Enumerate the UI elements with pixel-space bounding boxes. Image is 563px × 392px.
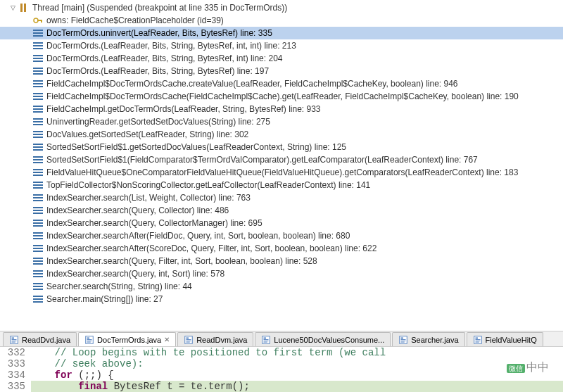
svg-rect-72 (12, 337, 15, 339)
stack-frame[interactable]: IndexSearcher.search(List, Weight, Colle… (0, 191, 563, 204)
stack-frame-icon (32, 268, 44, 279)
svg-rect-36 (33, 159, 43, 160)
svg-rect-82 (186, 337, 189, 339)
svg-rect-46 (33, 200, 43, 201)
svg-rect-37 (33, 162, 43, 163)
thread-icon (18, 2, 30, 13)
frame-label: FieldValueHitQueue$OneComparatorFieldVal… (46, 167, 518, 177)
stack-frame[interactable]: DocTermOrds.(LeafReader, Bits, String, B… (0, 65, 563, 77)
editor-tab[interactable]: ReadDvd.java (3, 332, 77, 346)
svg-rect-33 (33, 146, 43, 148)
editor-tab[interactable]: Lucene50DocValuesConsume... (255, 332, 391, 346)
stack-frame-icon (32, 243, 44, 254)
svg-rect-19 (33, 86, 43, 87)
stack-frame-icon (32, 167, 44, 178)
stack-frame[interactable]: IndexSearcher.search(Query, int, Sort) l… (0, 267, 563, 280)
line-number: 334 (0, 369, 31, 381)
frame-label: TopFieldCollector$NonScoringCollector.ge… (46, 180, 370, 190)
stack-frame[interactable]: IndexSearcher.search(Query, Filter, int,… (0, 255, 563, 267)
editor-tabs: ReadDvd.javaDocTermOrds.java✕ReadDvm.jav… (0, 331, 563, 346)
svg-rect-70 (33, 301, 43, 303)
svg-rect-69 (33, 298, 43, 300)
svg-rect-94 (401, 340, 406, 341)
stack-frame-icon (32, 281, 44, 292)
stack-frame[interactable]: Searcher.search(String, String) line: 44 (0, 280, 563, 293)
svg-rect-60 (33, 260, 43, 262)
stack-frame[interactable]: FieldCacheImpl$DocTermOrdsCache.createVa… (0, 77, 563, 90)
svg-rect-64 (33, 276, 43, 277)
svg-rect-78 (87, 339, 92, 340)
stack-frame[interactable]: IndexSearcher.searchAfter(ScoreDoc, Quer… (0, 242, 563, 255)
svg-rect-29 (33, 131, 43, 132)
svg-rect-41 (33, 182, 43, 183)
svg-rect-4 (41, 20, 42, 23)
svg-rect-38 (33, 169, 43, 170)
svg-rect-21 (33, 96, 43, 97)
svg-rect-44 (33, 194, 43, 196)
svg-rect-80 (87, 341, 91, 342)
svg-rect-28 (33, 124, 43, 125)
frame-label: SortedSetSortField$1.getSortedDocValues(… (46, 142, 346, 152)
svg-rect-51 (33, 222, 43, 224)
stack-frame[interactable]: Searcher.main(String[]) line: 27 (0, 293, 563, 305)
code-line[interactable]: 335 final BytesRef t = te.term(); (0, 381, 563, 392)
editor-tab[interactable]: DocTermOrds.java✕ (78, 332, 176, 346)
svg-rect-59 (33, 258, 43, 259)
stack-frame-icon (32, 27, 44, 39)
tab-label: ReadDvd.java (22, 336, 70, 344)
code-text: final BytesRef t = te.term(); (31, 381, 563, 392)
stack-frame[interactable]: DocTermOrds.uninvert(LeafReader, Bits, B… (0, 27, 563, 39)
stack-frame[interactable]: UninvertingReader.getSortedSetDocValues(… (0, 115, 563, 128)
svg-rect-20 (33, 93, 43, 94)
stack-frame[interactable]: SortedSetSortField$1(FieldComparator$Ter… (0, 153, 563, 166)
stack-frame[interactable]: DocValues.getSortedSet(LeafReader, Strin… (0, 128, 563, 141)
svg-rect-98 (475, 339, 480, 340)
svg-rect-23 (33, 106, 43, 107)
code-line[interactable]: 334 for (;;) { (0, 369, 563, 381)
svg-rect-54 (33, 235, 43, 236)
expander-icon[interactable]: ▽ (8, 4, 17, 11)
stack-frame[interactable]: DocTermOrds.(LeafReader, Bits, String, B… (0, 52, 563, 65)
line-number: 332 (0, 347, 31, 358)
svg-rect-32 (33, 144, 43, 145)
code-text: // seek above): (31, 358, 563, 369)
svg-rect-56 (33, 245, 43, 246)
stack-frame[interactable]: DocTermOrds.(LeafReader, Bits, String, B… (0, 39, 563, 52)
stack-frame[interactable]: TopFieldCollector$NonScoringCollector.ge… (0, 179, 563, 191)
code-line[interactable]: 333 // seek above): (0, 358, 563, 369)
svg-rect-39 (33, 172, 43, 173)
owns-node[interactable]: owns: FieldCache$CreationPlaceholder (id… (0, 14, 563, 27)
svg-rect-52 (33, 225, 43, 227)
svg-rect-31 (33, 137, 43, 138)
svg-rect-62 (33, 270, 43, 272)
code-text: for (;;) { (31, 369, 563, 381)
svg-rect-26 (33, 118, 43, 120)
frame-label: DocValues.getSortedSet(LeafReader, Strin… (46, 129, 248, 139)
editor-tab[interactable]: Searcher.java (392, 332, 464, 346)
stack-frame[interactable]: FieldValueHitQueue$OneComparatorFieldVal… (0, 166, 563, 179)
frame-label: IndexSearcher.searchAfter(FieldDoc, Quer… (46, 231, 350, 241)
svg-rect-25 (33, 111, 43, 113)
editor-tab[interactable]: ReadDvm.java (177, 332, 253, 346)
code-line[interactable]: 332 // Loop begins with te positioned to… (0, 347, 563, 358)
stack-frame[interactable]: FieldCacheImpl$DocTermOrdsCache(FieldCac… (0, 90, 563, 103)
tab-label: Searcher.java (411, 336, 458, 344)
debug-stack-pane[interactable]: ▽ Thread [main] (Suspended (breakpoint a… (0, 0, 563, 331)
svg-rect-30 (33, 134, 43, 135)
code-editor[interactable]: 332 // Loop begins with te positioned to… (0, 346, 563, 392)
stack-frame[interactable]: SortedSetSortField$1.getSortedDocValues(… (0, 141, 563, 153)
svg-rect-9 (33, 45, 43, 46)
svg-rect-65 (33, 283, 43, 284)
svg-rect-74 (12, 340, 17, 341)
svg-rect-0 (20, 4, 23, 12)
stack-frame[interactable]: FieldCacheImpl.getDocTermOrds(LeafReader… (0, 103, 563, 115)
close-icon[interactable]: ✕ (164, 336, 170, 343)
stack-frame[interactable]: IndexSearcher.search(Query, CollectorMan… (0, 217, 563, 229)
svg-rect-66 (33, 286, 43, 287)
stack-frame[interactable]: IndexSearcher.searchAfter(FieldDoc, Quer… (0, 229, 563, 242)
key-icon (32, 15, 44, 26)
svg-rect-14 (33, 68, 43, 69)
thread-node[interactable]: ▽ Thread [main] (Suspended (breakpoint a… (0, 1, 563, 14)
stack-frame[interactable]: IndexSearcher.search(Query, Collector) l… (0, 204, 563, 217)
editor-tab[interactable]: FieldValueHitQ (467, 332, 543, 346)
